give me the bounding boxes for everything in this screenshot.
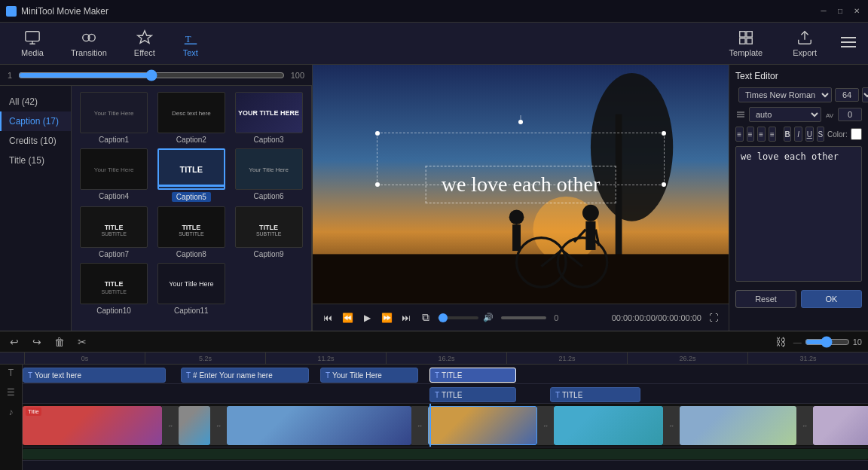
caption-item-5[interactable]: TITLE Caption5: [155, 148, 228, 202]
svg-point-22: [582, 205, 599, 221]
line-height-icon: [735, 109, 746, 120]
progress-bar[interactable]: [438, 316, 478, 319]
timeline-content: T ☰ ♪ T Your text here T # Enter Your na…: [0, 365, 868, 470]
toolbar-transition[interactable]: Transition: [59, 26, 119, 60]
align-justify-button[interactable]: ≡: [769, 127, 777, 142]
text-content-area[interactable]: we love each other: [735, 146, 862, 282]
ok-button[interactable]: OK: [801, 290, 862, 308]
timeline-zoom-slider[interactable]: [805, 336, 850, 348]
caption-item-6[interactable]: Your Title Here Caption6: [232, 148, 305, 202]
skip-forward-button[interactable]: ⏭: [399, 310, 414, 325]
play-button[interactable]: ▶: [359, 310, 374, 325]
nav-credits[interactable]: Credits (10): [0, 131, 71, 151]
align-left-button[interactable]: ≡: [735, 127, 744, 142]
text-clip-3[interactable]: T Your Title Here: [320, 368, 418, 383]
video-clip-2[interactable]: [179, 406, 210, 445]
zoom-slider[interactable]: [18, 69, 285, 81]
video-clip-5[interactable]: [554, 406, 663, 445]
text-track-2: T TITLE T TITLE: [23, 384, 868, 404]
frame-forward-button[interactable]: ⏩: [379, 310, 394, 325]
nav-caption[interactable]: Caption (17): [0, 111, 71, 131]
svg-text:AV: AV: [826, 112, 834, 119]
undo-button[interactable]: ↩: [6, 334, 23, 350]
volume-slider[interactable]: [501, 316, 546, 319]
caption-item-8[interactable]: TITLE SUBTITLE Caption8: [155, 206, 228, 258]
volume-icon[interactable]: 🔊: [483, 313, 494, 322]
italic-button[interactable]: I: [794, 127, 802, 142]
redo-button[interactable]: ↪: [29, 334, 45, 350]
nav-all[interactable]: All (42): [0, 92, 71, 111]
svg-rect-17: [313, 254, 729, 304]
audio-waveform: [23, 449, 868, 459]
nav-grid-row: All (42) Caption (17) Credits (10) Title…: [0, 86, 312, 331]
nav-title[interactable]: Title (15): [0, 151, 71, 170]
text-clip-1[interactable]: T Your text here: [23, 368, 166, 383]
align-center-button[interactable]: ≡: [747, 127, 755, 142]
caption-item-11[interactable]: Your Title Here Caption11: [155, 263, 228, 315]
close-button[interactable]: ✕: [851, 6, 862, 17]
align-right-button[interactable]: ≡: [757, 127, 766, 142]
text-clip-2[interactable]: T # Enter Your name here: [181, 368, 309, 383]
playhead[interactable]: [429, 404, 431, 447]
letter-spacing-input[interactable]: [838, 108, 862, 121]
caption-item-10[interactable]: TITLE SUBTITLE Caption10: [78, 263, 151, 315]
link-icon[interactable]: ⛓: [772, 334, 789, 350]
app-title: MiniTool Movie Maker: [21, 6, 814, 17]
text-editor-panel: Text Editor T Times New Roman auto AV: [729, 65, 868, 331]
caption-item-4[interactable]: Your Title Here Caption4: [78, 148, 151, 202]
letter-spacing-icon: AV: [824, 109, 835, 120]
spacing-row: auto AV: [735, 107, 862, 122]
timeline-ruler: 0s 5.2s 11.2s 16.2s 21.2s 26.2s 31.2s: [0, 352, 868, 365]
caption-item-1[interactable]: Your Title Here Caption1: [78, 92, 151, 144]
color-picker[interactable]: [851, 128, 862, 140]
caption-item-3[interactable]: YOUR TITLE HERE Caption3: [232, 92, 305, 144]
maximize-button[interactable]: □: [835, 6, 845, 17]
video-clip-4[interactable]: [428, 406, 537, 445]
minimize-button[interactable]: ─: [818, 6, 829, 17]
toolbar-media[interactable]: Media: [9, 26, 56, 60]
toolbar-export[interactable]: Export: [784, 26, 826, 60]
toolbar-effect[interactable]: Effect: [122, 26, 167, 60]
video-clip-3[interactable]: [227, 406, 411, 445]
transition-1: ↔: [162, 406, 179, 445]
timeline-tracks: T Your text here T # Enter Your name her…: [23, 365, 868, 470]
font-size-dropdown[interactable]: [862, 87, 868, 102]
font-size-input[interactable]: [835, 88, 859, 102]
svg-rect-5: [740, 32, 745, 37]
toolbar-template[interactable]: Template: [720, 26, 772, 60]
transition-6: ↔: [796, 406, 813, 445]
text-clip-4[interactable]: T TITLE: [429, 368, 516, 383]
text-clip-5[interactable]: T TITLE: [429, 387, 516, 402]
caption-item-7[interactable]: TITLE SUBTITLE Caption7: [78, 206, 151, 258]
preview-overlay-text: we love each other: [426, 166, 616, 203]
delete-button[interactable]: 🗑: [51, 334, 68, 350]
underline-button[interactable]: U: [805, 127, 814, 142]
line-height-select[interactable]: auto: [749, 107, 821, 122]
bold-button[interactable]: B: [784, 127, 792, 142]
menu-button[interactable]: [838, 32, 859, 55]
ruler-mark-5: 26.2s: [627, 352, 747, 365]
svg-rect-12: [841, 46, 856, 47]
reset-button[interactable]: Reset: [735, 290, 796, 308]
split-button[interactable]: ⧉: [418, 310, 433, 325]
ruler-mark-6: 31.2s: [747, 352, 868, 365]
skip-back-button[interactable]: ⏮: [320, 310, 335, 325]
strikethrough-button[interactable]: S: [817, 127, 825, 142]
fullscreen-button[interactable]: ⛶: [706, 310, 721, 325]
toolbar-text[interactable]: T Text: [170, 26, 211, 60]
caption-item-2[interactable]: Desc text here Caption2: [155, 92, 228, 144]
video-clip-1[interactable]: Title: [23, 406, 162, 445]
font-family-select[interactable]: Times New Roman: [738, 87, 832, 102]
text-clip-6[interactable]: T TITLE: [550, 387, 640, 402]
caption-item-9[interactable]: TITLE SUBTITLE Caption9: [232, 206, 305, 258]
cut-button[interactable]: ✂: [74, 334, 90, 350]
format-row: ≡ ≡ ≡ ≡ B I U S Color:: [735, 127, 862, 142]
video-clip-7[interactable]: [813, 406, 868, 445]
video-clip-6[interactable]: [680, 406, 796, 445]
frame-back-button[interactable]: ⏪: [340, 310, 355, 325]
svg-point-26: [509, 209, 524, 224]
transition-4: ↔: [537, 406, 554, 445]
main-content: 1 100 All (42) Caption (17) Credits (10)…: [0, 65, 868, 331]
svg-rect-7: [740, 38, 745, 44]
timeline-left-icons: T ☰ ♪: [0, 365, 23, 470]
